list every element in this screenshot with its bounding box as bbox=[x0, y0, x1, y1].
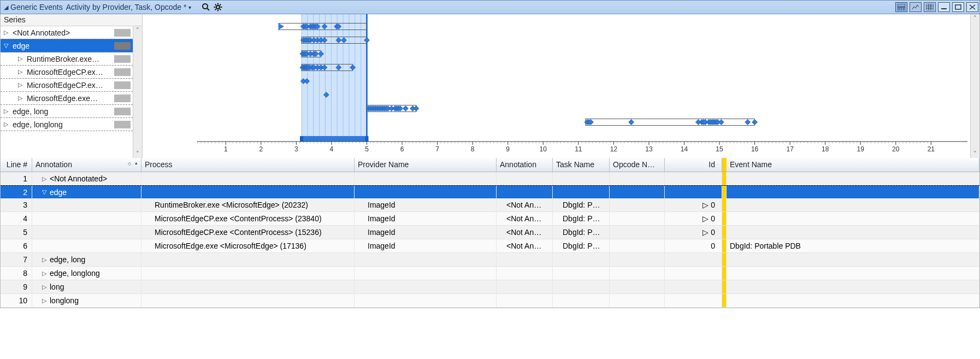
table-row[interactable]: 7▷edge, long bbox=[1, 253, 979, 267]
col-header-line[interactable]: Line # bbox=[1, 158, 32, 172]
table-row[interactable]: 8▷edge, longlong bbox=[1, 267, 979, 280]
cell-line: 2 bbox=[1, 186, 32, 198]
cell-annotation-label: edge, long bbox=[50, 255, 85, 264]
chevron-right-icon[interactable]: ▷ bbox=[42, 175, 50, 183]
series-row[interactable]: ▷RuntimeBroker.exe… bbox=[1, 52, 133, 66]
cell-opcode bbox=[610, 239, 665, 252]
chevron-right-icon[interactable]: ▷ bbox=[4, 29, 10, 36]
event-marker[interactable] bbox=[745, 120, 751, 125]
table-row[interactable]: 6MicrosoftEdge.exe <MicrosoftEdge> (1713… bbox=[1, 239, 979, 253]
chevron-right-icon[interactable]: ▷ bbox=[18, 95, 25, 102]
table-body: 1▷<Not Annotated>2▽edge3RuntimeBroker.ex… bbox=[1, 172, 979, 308]
chevron-right-icon[interactable]: ▷ bbox=[4, 108, 10, 115]
search-icon[interactable] bbox=[201, 2, 211, 12]
table-row[interactable]: 1▷<Not Annotated> bbox=[1, 172, 979, 186]
series-label: RuntimeBroker.exe… bbox=[27, 55, 99, 63]
series-row[interactable]: ▷MicrosoftEdgeCP.ex… bbox=[1, 78, 133, 92]
cell-annotation-label: longlong bbox=[50, 296, 79, 305]
maximize-icon[interactable] bbox=[952, 2, 964, 12]
chevron-right-icon[interactable]: ▷ bbox=[42, 270, 50, 277]
chevron-down-icon[interactable]: ▽ bbox=[42, 189, 50, 196]
event-marker[interactable] bbox=[752, 120, 758, 125]
x-tick-label: 1 bbox=[224, 145, 228, 153]
view-mode-chart-table-icon[interactable] bbox=[895, 2, 907, 12]
cell-separator bbox=[722, 239, 727, 252]
col-header-event[interactable]: Event Name bbox=[727, 158, 979, 172]
gear-icon[interactable] bbox=[213, 2, 223, 12]
col-header-task[interactable]: Task Name bbox=[553, 158, 610, 172]
table-row[interactable]: 4MicrosoftEdgeCP.exe <ContentProcess> (2… bbox=[1, 212, 979, 226]
cell-annotation: ▷longlong bbox=[32, 294, 141, 307]
x-tick-label: 10 bbox=[540, 145, 547, 153]
table-row[interactable]: 2▽edge bbox=[1, 185, 979, 199]
title-view[interactable]: Activity by Provider, Task, Opcode * bbox=[66, 3, 187, 11]
highlight-handle-left[interactable] bbox=[300, 136, 303, 142]
close-icon[interactable] bbox=[966, 2, 978, 12]
event-bar[interactable] bbox=[586, 119, 755, 126]
chevron-right-icon[interactable]: ▷ bbox=[42, 284, 50, 291]
col-header-provider[interactable]: Provider Name bbox=[355, 158, 497, 172]
view-mode-chart-icon[interactable] bbox=[910, 2, 922, 12]
series-row[interactable]: ▽edge bbox=[1, 39, 133, 52]
chevron-down-icon[interactable]: ▽ bbox=[4, 42, 10, 49]
table-row[interactable]: 9▷long bbox=[1, 280, 979, 294]
cell-event bbox=[727, 226, 979, 239]
highlight-ruler[interactable] bbox=[302, 136, 367, 142]
cell-opcode bbox=[610, 186, 665, 198]
chart-surface[interactable]: 123456789101112131415161718192021 bbox=[143, 14, 970, 158]
chevron-right-icon[interactable]: ▷ bbox=[18, 68, 25, 75]
series-swatch bbox=[114, 68, 131, 76]
view-mode-table-icon[interactable] bbox=[924, 2, 936, 12]
scroll-up-icon[interactable]: ˄ bbox=[134, 26, 142, 34]
table-row[interactable]: 10▷longlong bbox=[1, 294, 979, 308]
col-header-annotation[interactable]: Annotation▴◇ bbox=[32, 158, 141, 172]
collapse-icon[interactable]: ◢ bbox=[4, 4, 8, 11]
chevron-right-icon[interactable]: ▷ bbox=[42, 256, 50, 263]
column-separator[interactable] bbox=[722, 158, 727, 172]
table-row[interactable]: 5MicrosoftEdgeCP.exe <ContentProcess> (1… bbox=[1, 226, 979, 239]
cell-process: MicrosoftEdge.exe <MicrosoftEdge> (17136… bbox=[141, 239, 355, 252]
event-marker[interactable] bbox=[403, 106, 409, 111]
chevron-right-icon[interactable]: ▷ bbox=[4, 121, 10, 128]
event-marker[interactable] bbox=[629, 120, 634, 125]
scroll-down-icon[interactable]: ˅ bbox=[971, 150, 979, 158]
chart-scrollbar[interactable]: ˄ ˅ bbox=[970, 14, 979, 158]
col-header-annotation2[interactable]: Annotation bbox=[497, 158, 553, 172]
scroll-down-icon[interactable]: ˅ bbox=[134, 150, 142, 158]
cell-annotation-label: long bbox=[50, 283, 64, 291]
cell-event: DbgId: Portable PDB bbox=[727, 239, 979, 252]
event-marker[interactable] bbox=[718, 120, 724, 125]
series-label: edge bbox=[13, 42, 29, 50]
chart-area[interactable]: 123456789101112131415161718192021 ˄ ˅ bbox=[143, 14, 979, 158]
chevron-right-icon[interactable]: ▷ bbox=[42, 297, 50, 304]
cell-task: DbgId: P… bbox=[553, 198, 610, 211]
table-region: Line # Annotation▴◇ Process Provider Nam… bbox=[0, 158, 980, 308]
cell-annotation-label: edge, longlong bbox=[50, 269, 100, 278]
sort-asc-icon: ▴ bbox=[135, 160, 138, 166]
cell-task bbox=[553, 172, 610, 185]
chevron-right-icon[interactable]: ▷ bbox=[18, 81, 25, 89]
col-header-process[interactable]: Process bbox=[141, 158, 355, 172]
cell-task bbox=[553, 186, 610, 198]
cell-annotation: ▽edge bbox=[32, 186, 141, 198]
event-marker[interactable] bbox=[414, 106, 419, 111]
highlight-handle-right[interactable] bbox=[365, 136, 368, 142]
cell-line: 3 bbox=[1, 198, 32, 211]
series-scrollbar[interactable]: ˄ ˅ bbox=[133, 26, 142, 158]
minimize-icon[interactable] bbox=[938, 2, 950, 12]
scroll-up-icon[interactable]: ˄ bbox=[971, 14, 979, 22]
series-row[interactable]: ▷MicrosoftEdge.exe… bbox=[1, 91, 133, 105]
series-row[interactable]: ▷<Not Annotated> bbox=[1, 26, 133, 39]
cell-separator bbox=[722, 212, 727, 225]
col-header-opcode[interactable]: Opcode N… bbox=[610, 158, 665, 172]
series-row[interactable]: ▷edge, longlong bbox=[1, 117, 133, 131]
series-row[interactable]: ▷MicrosoftEdgeCP.ex… bbox=[1, 65, 133, 79]
chevron-down-icon[interactable]: ▾ bbox=[188, 4, 191, 10]
table-row[interactable]: 3RuntimeBroker.exe <MicrosoftEdge> (2023… bbox=[1, 198, 979, 212]
col-header-id[interactable]: Id bbox=[665, 158, 722, 172]
cell-process bbox=[141, 253, 355, 266]
series-row[interactable]: ▷edge, long bbox=[1, 104, 133, 118]
chevron-right-icon[interactable]: ▷ bbox=[18, 55, 25, 62]
cell-id bbox=[665, 253, 722, 266]
series-swatch bbox=[114, 81, 131, 89]
